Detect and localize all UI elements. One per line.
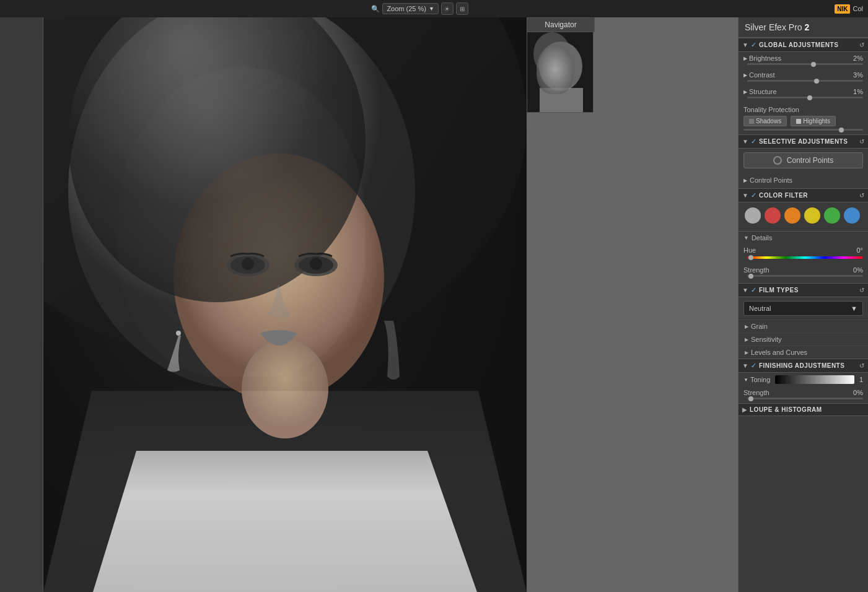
svg-rect-15 (540, 88, 583, 113)
film-types-header[interactable]: ▼ ✓ FILM TYPES ↺ (739, 283, 868, 297)
navigator-panel: Navigator (527, 17, 595, 113)
structure-slider-thumb[interactable] (807, 95, 812, 100)
shadows-button[interactable]: Shadows (743, 116, 787, 126)
contrast-slider-thumb[interactable] (814, 79, 819, 84)
control-points-expand-row[interactable]: ▶ Control Points (743, 175, 863, 186)
canvas-image (43, 17, 527, 592)
film-types-section-label: FILM TYPES (759, 287, 857, 294)
brightness-slider-container (739, 62, 868, 69)
swatch-red[interactable] (765, 207, 781, 224)
brightness-tri: ▶ (743, 56, 747, 61)
svg-point-9 (242, 258, 254, 270)
tonality-thumb[interactable] (839, 128, 844, 133)
toning-row: ▼ Toning 1 (739, 373, 868, 386)
main-layout: Navigator Silver Efex Pro 2 ▼ ✓ GLOBAL A… (0, 17, 868, 592)
loupe-histogram-header[interactable]: ▶ LOUPE & HISTOGRAM (739, 403, 868, 416)
finishing-reset-button[interactable]: ↺ (859, 362, 864, 369)
zoom-label: Zoom (25 %) (387, 5, 426, 12)
strength-slider-track[interactable] (747, 275, 863, 277)
finishing-adjustments-header[interactable]: ▼ ✓ FINISHING ADJUSTMENTS ↺ (739, 359, 868, 373)
swatch-blue[interactable] (844, 207, 860, 224)
swatch-yellow[interactable] (804, 207, 820, 224)
brightness-slider-thumb[interactable] (811, 62, 816, 67)
finishing-section-label: FINISHING ADJUSTMENTS (759, 362, 857, 369)
strength-slider-thumb[interactable] (748, 274, 753, 279)
chevron-down-icon[interactable]: ▼ (429, 6, 434, 12)
app-version: 2 (804, 22, 809, 32)
film-types-reset-button[interactable]: ↺ (859, 287, 864, 294)
selective-adjustments-header[interactable]: ▼ ✓ SELECTIVE ADJUSTMENTS ↺ (739, 134, 868, 149)
zoom-fill-button[interactable]: ⊞ (456, 2, 468, 15)
tonality-protection-section: Tonality Protection Shadows Highlights (739, 102, 868, 134)
hue-value: 0° (846, 246, 863, 254)
color-filter-collapse-arrow: ▼ (742, 192, 748, 199)
zoom-fit-button[interactable]: ☀ (441, 2, 454, 15)
structure-slider-track[interactable] (747, 97, 863, 98)
strength-slider-container (739, 274, 868, 281)
global-check-icon[interactable]: ✓ (751, 41, 756, 49)
top-bar: 🔍 Zoom (25 %) ▼ ☀ ⊞ NIK Col (0, 0, 868, 17)
svg-point-14 (533, 32, 571, 76)
color-filter-reset-button[interactable]: ↺ (859, 192, 864, 199)
sensitivity-expand-row[interactable]: ▶ Sensitivity (739, 333, 868, 346)
details-section: ▼ Details Hue 0° Strength 0% (739, 229, 868, 283)
toning-label: ▼ Toning (743, 376, 770, 383)
brightness-value: 2% (846, 54, 863, 62)
control-point-circle-icon (773, 156, 782, 165)
hue-slider-container (739, 254, 868, 264)
film-dropdown-arrow-icon: ▼ (851, 305, 857, 312)
contrast-slider-track[interactable] (747, 80, 863, 82)
zoom-control[interactable]: 🔍 Zoom (25 %) ▼ ☀ ⊞ (371, 2, 468, 15)
selective-collapse-arrow: ▼ (742, 138, 748, 145)
structure-label: ▶ Structure (743, 88, 787, 95)
global-adjustments-header[interactable]: ▼ ✓ GLOBAL ADJUSTMENTS ↺ (739, 38, 868, 52)
global-reset-button[interactable]: ↺ (859, 41, 864, 48)
film-type-dropdown[interactable]: Neutral ▼ (743, 301, 863, 316)
selective-check-icon[interactable]: ✓ (751, 137, 756, 146)
grain-expand-row[interactable]: ▶ Grain (739, 320, 868, 333)
toning-strength-slider-thumb[interactable] (748, 396, 753, 401)
top-bar-right: NIK Col (835, 4, 863, 14)
svg-point-13 (539, 41, 582, 91)
finishing-collapse-arrow: ▼ (742, 362, 748, 369)
highlights-label: Highlights (803, 118, 830, 124)
highlights-button[interactable]: Highlights (791, 116, 836, 126)
global-section-label: GLOBAL ADJUSTMENTS (759, 41, 857, 48)
selective-reset-button[interactable]: ↺ (859, 138, 864, 145)
finishing-check-icon[interactable]: ✓ (751, 362, 756, 370)
levels-curves-label: Levels and Curves (751, 349, 807, 356)
details-header[interactable]: ▼ Details (739, 231, 868, 244)
levels-curves-expand-row[interactable]: ▶ Levels and Curves (739, 346, 868, 359)
toning-strength-slider-track[interactable] (747, 398, 863, 399)
app-title-bar: Silver Efex Pro 2 (739, 17, 868, 38)
search-icon: 🔍 (371, 5, 380, 13)
loupe-section-label: LOUPE & HISTOGRAM (750, 406, 864, 413)
hue-slider-thumb[interactable] (748, 255, 753, 260)
details-arrow-icon: ▼ (743, 235, 749, 241)
selective-section-label: SELECTIVE ADJUSTMENTS (759, 138, 857, 145)
portrait-svg (43, 17, 527, 592)
navigator-title: Navigator (527, 17, 595, 32)
svg-point-3 (242, 339, 328, 438)
tonality-slider[interactable] (743, 129, 863, 131)
color-filter-header[interactable]: ▼ ✓ COLOR FILTER ↺ (739, 188, 868, 202)
canvas-area: Navigator (0, 17, 738, 592)
levels-curves-expand-tri: ▶ (745, 350, 748, 355)
zoom-box[interactable]: Zoom (25 %) ▼ (382, 3, 439, 14)
sensitivity-label: Sensitivity (751, 336, 782, 343)
sensitivity-expand-tri: ▶ (745, 337, 748, 342)
film-types-collapse-arrow: ▼ (742, 287, 748, 294)
tonality-label: Tonality Protection (743, 106, 863, 113)
swatch-neutral[interactable] (745, 207, 761, 224)
film-types-check-icon[interactable]: ✓ (751, 286, 756, 294)
swatch-orange[interactable] (784, 207, 800, 224)
nik-badge: NIK (835, 4, 850, 14)
toning-gradient-preview (775, 375, 854, 384)
add-control-point-button[interactable]: Control Points (743, 152, 863, 168)
toning-tri: ▼ (743, 377, 748, 383)
color-filter-check-icon[interactable]: ✓ (751, 191, 756, 199)
swatch-green[interactable] (824, 207, 840, 224)
cp-expand-label: Control Points (750, 176, 792, 184)
hue-slider-track[interactable] (747, 256, 863, 259)
brightness-slider-track[interactable] (747, 63, 863, 65)
